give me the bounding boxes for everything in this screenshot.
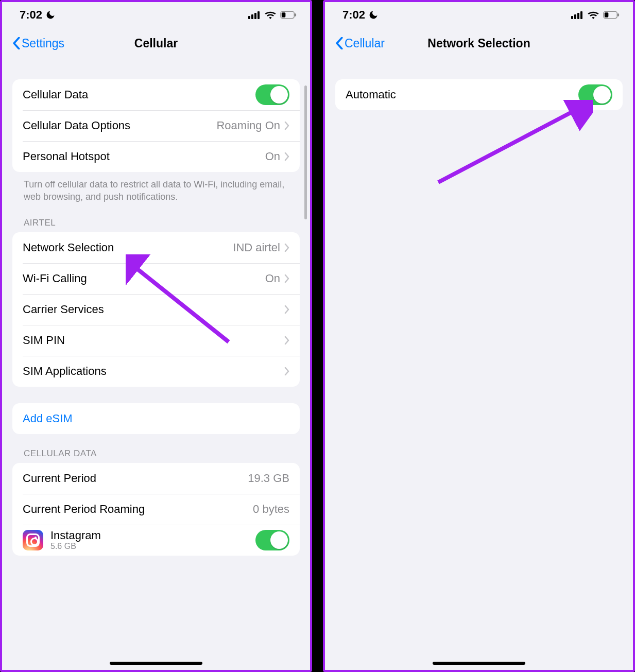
chevron-right-icon xyxy=(284,122,289,130)
status-time: 7:02 xyxy=(342,8,365,22)
back-button[interactable]: Settings xyxy=(12,37,64,50)
svg-rect-2 xyxy=(254,13,256,19)
personal-hotspot-value: On xyxy=(265,150,280,163)
current-period-roaming-value: 0 bytes xyxy=(253,503,289,516)
phone-cellular: 7:02 Settings Cellular xyxy=(0,0,312,672)
svg-rect-3 xyxy=(258,11,260,19)
scroll-indicator[interactable] xyxy=(304,85,307,219)
add-esim-label: Add eSIM xyxy=(23,412,289,425)
current-period-label: Current Period xyxy=(23,472,248,485)
nav-header: Cellular Network Selection xyxy=(325,28,633,59)
svg-rect-1 xyxy=(251,14,253,19)
current-period-roaming-label: Current Period Roaming xyxy=(23,503,253,516)
app-usage-size: 5.6 GB xyxy=(50,542,101,551)
cellular-signal-icon xyxy=(248,11,261,19)
current-period-roaming-row[interactable]: Current Period Roaming 0 bytes xyxy=(12,494,300,525)
cellular-data-toggle[interactable] xyxy=(255,84,289,105)
network-selection-label: Network Selection xyxy=(23,241,233,254)
home-indicator[interactable] xyxy=(110,662,202,665)
sim-pin-row[interactable]: SIM PIN xyxy=(12,325,300,356)
back-label: Settings xyxy=(22,37,64,50)
network-selection-value: IND airtel xyxy=(233,241,280,254)
usage-group: Current Period 19.3 GB Current Period Ro… xyxy=(12,463,300,556)
svg-rect-11 xyxy=(580,11,582,19)
instagram-icon xyxy=(23,530,43,550)
cellular-signal-icon xyxy=(571,11,583,19)
svg-line-15 xyxy=(438,109,577,182)
chevron-right-icon xyxy=(284,152,289,161)
network-selection-row[interactable]: Network Selection IND airtel xyxy=(12,232,300,263)
personal-hotspot-row[interactable]: Personal Hotspot On xyxy=(12,141,300,172)
wifi-calling-label: Wi-Fi Calling xyxy=(23,272,265,285)
chevron-right-icon xyxy=(284,367,289,375)
automatic-label: Automatic xyxy=(346,88,578,101)
svg-rect-6 xyxy=(295,13,296,16)
add-esim-button[interactable]: Add eSIM xyxy=(12,403,300,434)
sim-applications-row[interactable]: SIM Applications xyxy=(12,356,300,387)
battery-icon xyxy=(280,11,297,19)
automatic-row[interactable]: Automatic xyxy=(335,79,623,110)
chevron-right-icon xyxy=(284,305,289,314)
back-button[interactable]: Cellular xyxy=(335,37,385,50)
chevron-right-icon xyxy=(284,274,289,283)
add-esim-group: Add eSIM xyxy=(12,403,300,434)
cellular-data-options-label: Cellular Data Options xyxy=(23,119,216,132)
svg-rect-8 xyxy=(571,16,573,19)
carrier-services-label: Carrier Services xyxy=(23,303,284,316)
phone-network-selection: 7:02 Cellular Network Selection xyxy=(323,0,635,672)
personal-hotspot-label: Personal Hotspot xyxy=(23,150,265,163)
wifi-calling-value: On xyxy=(265,272,280,285)
carrier-section-header: AIRTEL xyxy=(12,203,300,232)
sim-applications-label: SIM Applications xyxy=(23,365,284,378)
app-name: Instagram xyxy=(50,529,101,542)
svg-rect-0 xyxy=(248,16,250,19)
do-not-disturb-icon xyxy=(368,10,379,20)
app-data-toggle[interactable] xyxy=(255,530,289,550)
network-selection-group: Automatic xyxy=(335,79,623,110)
current-period-row[interactable]: Current Period 19.3 GB xyxy=(12,463,300,494)
annotation-arrow-icon xyxy=(428,100,593,187)
svg-rect-5 xyxy=(282,12,286,17)
status-bar: 7:02 xyxy=(2,2,310,28)
cellular-data-row[interactable]: Cellular Data xyxy=(12,79,300,110)
cellular-data-usage-header: CELLULAR DATA xyxy=(12,434,300,463)
svg-rect-13 xyxy=(605,12,609,17)
chevron-right-icon xyxy=(284,244,289,252)
app-usage-row-instagram[interactable]: Instagram 5.6 GB xyxy=(12,525,300,556)
cellular-data-label: Cellular Data xyxy=(23,88,255,101)
chevron-right-icon xyxy=(284,336,289,344)
carrier-services-row[interactable]: Carrier Services xyxy=(12,294,300,325)
do-not-disturb-icon xyxy=(45,10,56,20)
home-indicator[interactable] xyxy=(433,662,525,665)
svg-rect-9 xyxy=(574,14,576,19)
wifi-icon xyxy=(588,11,599,19)
battery-icon xyxy=(603,11,620,19)
sim-pin-label: SIM PIN xyxy=(23,334,284,347)
carrier-group: Network Selection IND airtel Wi-Fi Calli… xyxy=(12,232,300,387)
cellular-data-options-value: Roaming On xyxy=(216,119,280,132)
status-time: 7:02 xyxy=(20,8,42,22)
cellular-main-group: Cellular Data Cellular Data Options Roam… xyxy=(12,79,300,172)
svg-rect-14 xyxy=(617,13,619,16)
cellular-data-footer: Turn off cellular data to restrict all d… xyxy=(12,172,300,203)
current-period-value: 19.3 GB xyxy=(248,472,289,485)
nav-header: Settings Cellular xyxy=(2,28,310,59)
cellular-data-options-row[interactable]: Cellular Data Options Roaming On xyxy=(12,110,300,141)
back-label: Cellular xyxy=(345,37,385,50)
status-bar: 7:02 xyxy=(325,2,633,28)
wifi-calling-row[interactable]: Wi-Fi Calling On xyxy=(12,263,300,294)
automatic-toggle[interactable] xyxy=(578,84,612,105)
svg-rect-10 xyxy=(577,13,579,19)
wifi-icon xyxy=(265,11,276,19)
